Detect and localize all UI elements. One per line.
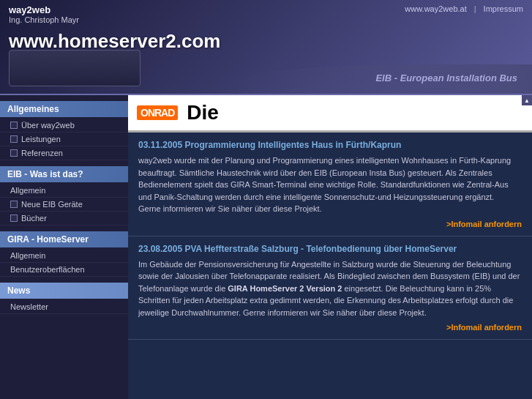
nav-checkbox — [10, 201, 18, 208]
nav-checkbox — [10, 122, 18, 129]
nav-label: Benutzeroberflächen — [10, 265, 85, 274]
website-link[interactable]: www.way2web.at — [405, 4, 466, 13]
nav-section-eib[interactable]: EIB - Was ist das? — [0, 166, 128, 182]
header-tagline: EIB - European Installation Bus — [375, 72, 517, 83]
nav-label: Newsletter — [10, 302, 48, 311]
article-1-link[interactable]: >Infomail anfordern — [138, 220, 522, 228]
nav-item-referenzen[interactable]: Referenzen — [0, 146, 128, 160]
conrad-logo: ONRAD — [137, 105, 178, 120]
nav-label: Über way2web — [21, 121, 75, 130]
nav-item-ueber[interactable]: Über way2web — [0, 119, 128, 133]
article-1-title[interactable]: 03.11.2005 Programmierung Intelligentes … — [138, 140, 522, 150]
logo-text: ONRAD — [141, 107, 174, 119]
nav-checkbox — [10, 149, 18, 157]
article-1: 03.11.2005 Programmierung Intelligentes … — [128, 133, 532, 236]
nav-label: Referenzen — [21, 149, 63, 157]
bold-text: GIRA HomeServer 2 Version 2 — [228, 284, 342, 293]
nav-label: Bücher — [21, 214, 47, 223]
separator: | — [474, 4, 476, 13]
nav-item-leistungen[interactable]: Leistungen — [0, 133, 128, 146]
article-2-body: Im Gebäude der Pensionsversicherung für … — [138, 258, 522, 319]
article-2-title[interactable]: 23.08.2005 PVA Heffterstraße Salzburg - … — [138, 244, 522, 254]
brand-name: way2web — [9, 4, 79, 15]
nav-item-eib-allgemein[interactable]: Allgemein — [0, 184, 128, 198]
nav-section-news[interactable]: News — [0, 283, 128, 299]
brand-subtitle: Ing. Christoph Mayr — [9, 15, 79, 24]
banner-area: ONRAD Die — [128, 95, 532, 133]
nav-item-buecher[interactable]: Bücher — [0, 212, 128, 225]
section-gap — [0, 160, 128, 166]
nav-item-neue-eib[interactable]: Neue EIB Geräte — [0, 198, 128, 212]
nav-checkbox — [10, 135, 18, 143]
nav-label: Leistungen — [21, 135, 61, 143]
impressum-link[interactable]: Impressum — [484, 4, 523, 13]
section-gap — [0, 225, 128, 231]
nav-label: Neue EIB Geräte — [21, 200, 83, 209]
nav-label: Allgemein — [10, 186, 45, 195]
nav-checkbox — [10, 215, 18, 222]
banner-big-text: Die — [187, 101, 219, 124]
nav-item-benutzeroberflaechen[interactable]: Benutzeroberflächen — [0, 263, 128, 277]
layout: Allgemeines Über way2web Leistungen Refe… — [0, 95, 532, 399]
scroll-up-arrow[interactable]: ▲ — [522, 95, 532, 105]
article-2-link[interactable]: >Infomail anfordern — [138, 323, 522, 332]
nav-label: Allgemein — [10, 251, 45, 260]
device-image — [9, 50, 141, 86]
article-2: 23.08.2005 PVA Heffterstraße Salzburg - … — [128, 236, 532, 340]
nav-item-gira-allgemein[interactable]: Allgemein — [0, 249, 128, 263]
brand-block: way2web Ing. Christoph Mayr — [9, 4, 79, 24]
main-content: ▲ ONRAD Die 03.11.2005 Programmierung In… — [128, 95, 532, 399]
header: way2web Ing. Christoph Mayr www.way2web.… — [0, 0, 532, 95]
header-links: www.way2web.at | Impressum — [405, 4, 523, 13]
header-top: way2web Ing. Christoph Mayr www.way2web.… — [0, 0, 532, 24]
nav-section-gira[interactable]: GIRA - HomeServer — [0, 231, 128, 247]
section-gap — [0, 277, 128, 283]
nav-section-allgemeines[interactable]: Allgemeines — [0, 101, 128, 117]
sidebar: Allgemeines Über way2web Leistungen Refe… — [0, 95, 128, 399]
article-1-body: way2web wurde mit der Planung und Progra… — [138, 154, 522, 215]
nav-item-newsletter[interactable]: Newsletter — [0, 300, 128, 314]
